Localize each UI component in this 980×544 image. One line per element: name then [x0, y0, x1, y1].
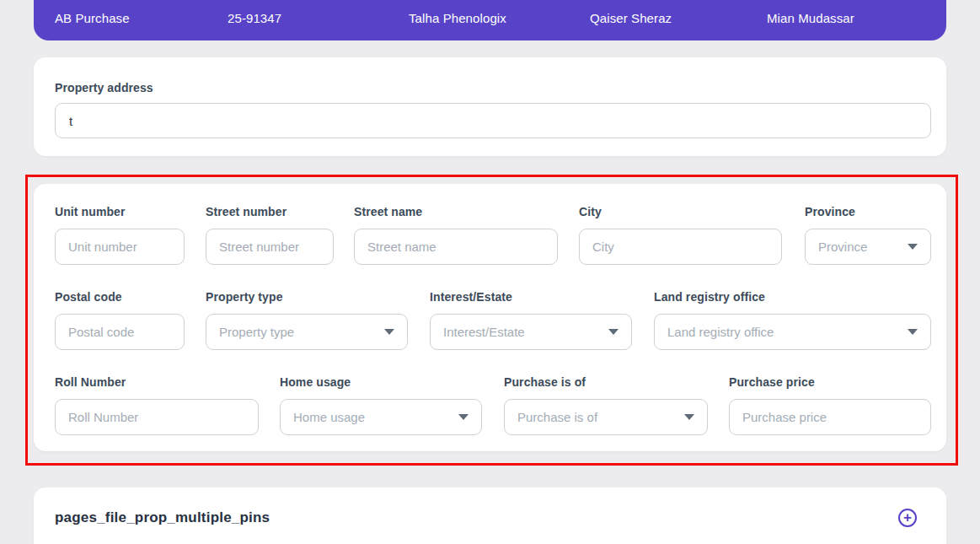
chevron-down-icon: [684, 414, 694, 420]
postal-code-input[interactable]: [55, 314, 185, 350]
home-usage-placeholder: Home usage: [293, 410, 365, 424]
client-name-value: Talha Phenologix: [409, 11, 506, 25]
unit-number-input[interactable]: [55, 229, 185, 265]
chevron-down-icon: [608, 329, 619, 335]
chevron-down-icon: [908, 329, 918, 335]
home-usage-select[interactable]: Home usage: [280, 399, 482, 435]
chevron-down-icon: [908, 244, 918, 250]
street-name-input[interactable]: [354, 229, 558, 265]
interest-estate-label: Interest/Estate: [430, 290, 512, 304]
multiple-pins-card: pages_file_prop_multiple_pins +: [34, 487, 946, 544]
land-registry-office-select[interactable]: Land registry office: [654, 314, 931, 350]
interest-estate-select[interactable]: Interest/Estate: [430, 314, 632, 350]
field-land-registry-office: Land registry office Land registry offic…: [654, 290, 931, 351]
city-label: City: [579, 205, 602, 218]
field-street-name: Street name: [354, 205, 558, 266]
field-home-usage: Home usage Home usage: [280, 375, 482, 436]
roll-number-label: Roll Number: [55, 375, 126, 389]
field-postal-code: Postal code: [55, 290, 185, 351]
field-unit-number: Unit number: [55, 205, 185, 266]
field-roll-number: Roll Number: [55, 375, 259, 436]
purchase-is-of-placeholder: Purchase is of: [517, 410, 597, 424]
field-purchase-is-of: Purchase is of Purchase is of: [504, 375, 708, 436]
land-registry-office-label: Land registry office: [654, 290, 765, 304]
file-number-value: 25-91347: [228, 11, 281, 25]
home-usage-label: Home usage: [280, 375, 351, 389]
unit-number-label: Unit number: [55, 205, 126, 218]
field-street-number: Street number: [206, 205, 334, 266]
street-name-label: Street name: [354, 205, 422, 218]
property-details-card: Unit number Street number Street name Ci…: [34, 184, 946, 451]
property-type-label: Property type: [206, 290, 283, 304]
chevron-down-icon: [384, 329, 394, 335]
property-address-input[interactable]: [55, 103, 931, 138]
city-input[interactable]: [579, 229, 782, 265]
purchase-price-label: Purchase price: [729, 375, 815, 389]
file-summary-bar: AB Purchase 25-91347 Talha Phenologix Qa…: [34, 0, 946, 40]
chevron-down-icon: [458, 414, 469, 420]
postal-code-label: Postal code: [55, 290, 122, 304]
property-address-card: Property address: [34, 57, 946, 156]
purchase-is-of-label: Purchase is of: [504, 375, 586, 389]
street-number-input[interactable]: [206, 229, 334, 265]
file-type-value: AB Purchase: [55, 11, 130, 25]
roll-number-input[interactable]: [55, 399, 259, 435]
lawyer-name-value: Qaiser Sheraz: [590, 11, 672, 25]
property-type-placeholder: Property type: [219, 325, 294, 339]
province-placeholder: Province: [818, 240, 867, 254]
street-number-label: Street number: [206, 205, 287, 218]
clerk-name-value: Mian Mudassar: [767, 11, 854, 25]
land-registry-office-placeholder: Land registry office: [667, 325, 774, 339]
purchase-is-of-select[interactable]: Purchase is of: [504, 399, 708, 435]
field-purchase-price: Purchase price: [729, 375, 931, 436]
property-address-label: Property address: [55, 81, 153, 94]
field-interest-estate: Interest/Estate Interest/Estate: [430, 290, 632, 351]
purchase-price-input[interactable]: [729, 399, 931, 435]
property-type-select[interactable]: Property type: [206, 314, 408, 350]
add-circle-icon[interactable]: +: [898, 509, 917, 527]
field-province: Province Province: [805, 205, 931, 266]
province-label: Province: [805, 205, 855, 218]
section-title: pages_file_prop_multiple_pins: [55, 509, 270, 526]
province-select[interactable]: Province: [805, 229, 931, 265]
field-property-type: Property type Property type: [206, 290, 408, 351]
interest-estate-placeholder: Interest/Estate: [443, 325, 525, 339]
field-city: City: [579, 205, 782, 266]
